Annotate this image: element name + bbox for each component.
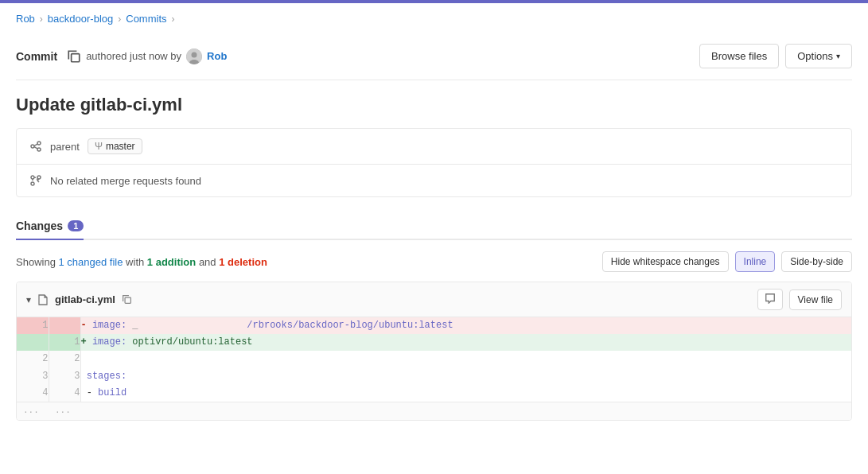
parent-label: parent	[50, 141, 80, 153]
line-num-new: 2	[49, 351, 80, 367]
options-label: Options	[797, 50, 833, 62]
file-name: gitlab-ci.yml	[55, 293, 115, 305]
breadcrumb-sep-2: ›	[118, 14, 121, 25]
collapse-button[interactable]: ▾	[26, 294, 31, 305]
author-name[interactable]: Rob	[207, 50, 227, 62]
comment-icon	[765, 293, 776, 304]
svg-point-6	[37, 148, 41, 151]
svg-rect-10	[125, 297, 130, 303]
info-box: parent Ψ master No related merge request…	[16, 128, 852, 197]
breadcrumb: Rob › backdoor-blog › Commits ›	[16, 3, 852, 33]
addition-count: 1 addition	[147, 256, 199, 268]
line-num-new: 4	[49, 385, 80, 402]
copy-commit-icon	[67, 49, 81, 64]
table-row: 1 + image: optivrd/ubuntu:latest	[17, 334, 851, 351]
file-icon	[37, 294, 49, 305]
line-num-old: 4	[17, 385, 49, 402]
line-content: + image: optivrd/ubuntu:latest	[80, 334, 851, 351]
comment-button[interactable]	[757, 289, 783, 310]
commit-header-left: Commit authored just now by Rob	[16, 49, 227, 64]
line-content	[80, 351, 851, 367]
svg-point-9	[37, 176, 41, 179]
showing-prefix: Showing	[16, 256, 56, 268]
svg-point-2	[192, 52, 197, 57]
view-file-button[interactable]: View file	[789, 289, 842, 310]
svg-point-4	[31, 145, 34, 148]
copy-path-icon[interactable]	[122, 294, 132, 305]
breadcrumb-repo[interactable]: backdoor-blog	[48, 13, 113, 25]
line-num-old: 2	[17, 351, 49, 367]
breadcrumb-sep-1: ›	[40, 14, 43, 25]
line-num-new: 1	[49, 334, 80, 351]
and-text: and	[199, 256, 219, 268]
changes-section: Changes 1 Showing 1 changed file with 1 …	[16, 213, 852, 421]
with-text: with	[126, 256, 147, 268]
no-merge-requests-text: No related merge requests found	[50, 175, 201, 187]
svg-point-8	[31, 182, 34, 185]
hide-whitespace-button[interactable]: Hide whitespace changes	[602, 251, 729, 272]
breadcrumb-sep-3: ›	[172, 14, 175, 25]
diff-summary-right: Hide whitespace changes Inline Side-by-s…	[602, 251, 852, 272]
breadcrumb-rob[interactable]: Rob	[16, 13, 35, 25]
merge-request-icon	[29, 174, 42, 187]
diff-file: ▾ gitlab-ci.yml	[16, 282, 852, 421]
line-content: - build	[80, 385, 851, 402]
branch-icon: Ψ	[95, 141, 103, 152]
ellipsis-new: ...	[49, 402, 80, 419]
line-num-new: 3	[49, 368, 80, 385]
changes-tabs: Changes 1	[16, 213, 852, 240]
diff-summary: Showing 1 changed file with 1 addition a…	[16, 251, 852, 272]
tab-changes[interactable]: Changes 1	[16, 213, 84, 240]
chevron-down-icon: ▾	[836, 52, 840, 60]
inline-button[interactable]: Inline	[735, 251, 776, 272]
tab-changes-label: Changes	[16, 220, 63, 232]
changed-file-link[interactable]: 1 changed file	[59, 256, 127, 268]
branch-badge[interactable]: Ψ master	[88, 138, 142, 154]
table-row: 4 4 - build	[17, 385, 851, 402]
table-row: ... ...	[17, 402, 851, 419]
table-row: 2 2	[17, 351, 851, 367]
commit-header-right: Browse files Options ▾	[699, 44, 852, 68]
line-num-old	[17, 334, 49, 351]
ellipsis-content	[80, 402, 851, 419]
svg-point-5	[37, 142, 41, 145]
commit-meta: authored just now by Rob	[67, 49, 227, 64]
tab-changes-badge: 1	[68, 220, 84, 231]
commit-title: Update gitlab-ci.yml	[16, 80, 852, 128]
deletion-count: 1 deletion	[219, 256, 267, 268]
svg-point-7	[31, 176, 34, 179]
line-num-old: 3	[17, 368, 49, 385]
line-content: stages:	[80, 368, 851, 385]
options-button[interactable]: Options ▾	[785, 44, 852, 68]
table-row: 1 - image: _ /rbrooks/backdoor-blog/ubun…	[17, 317, 851, 334]
line-num-new	[49, 317, 80, 334]
breadcrumb-commits[interactable]: Commits	[126, 13, 166, 25]
diff-file-header-right: View file	[757, 289, 842, 310]
branch-name: master	[106, 141, 135, 152]
changed-label: changed file	[67, 256, 123, 268]
diff-file-header: ▾ gitlab-ci.yml	[17, 282, 851, 317]
commit-header: Commit authored just now by Rob	[16, 33, 852, 80]
diff-file-header-left: ▾ gitlab-ci.yml	[26, 293, 132, 305]
browse-files-button[interactable]: Browse files	[699, 44, 779, 68]
svg-rect-0	[72, 53, 80, 61]
side-by-side-button[interactable]: Side-by-side	[781, 251, 852, 272]
authored-text: authored just now by	[86, 50, 181, 62]
parent-row: parent Ψ master	[17, 129, 851, 164]
diff-summary-left: Showing 1 changed file with 1 addition a…	[16, 256, 267, 268]
commit-label: Commit	[16, 50, 57, 63]
line-content: - image: _ /rbrooks/backdoor-blog/ubuntu…	[80, 317, 851, 334]
avatar	[186, 49, 202, 64]
parent-icon	[29, 140, 42, 153]
merge-request-row: No related merge requests found	[17, 164, 851, 196]
changed-count: 1	[59, 256, 64, 268]
diff-table: 1 - image: _ /rbrooks/backdoor-blog/ubun…	[17, 317, 851, 420]
ellipsis-old: ...	[17, 402, 49, 419]
line-num-old: 1	[17, 317, 49, 334]
table-row: 3 3 stages:	[17, 368, 851, 385]
